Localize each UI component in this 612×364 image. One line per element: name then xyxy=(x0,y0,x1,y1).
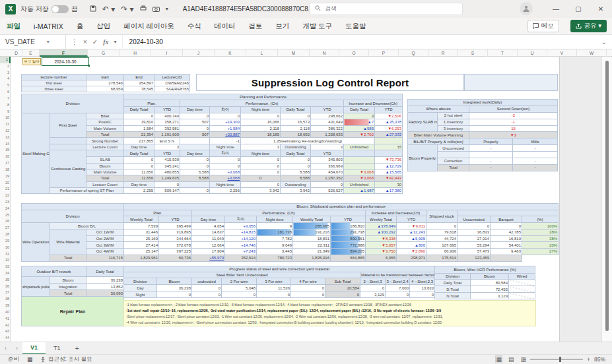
cell[interactable] xyxy=(458,210,559,216)
cell[interactable]: End xyxy=(124,75,154,80)
cell[interactable]: 0 xyxy=(386,291,410,298)
cell[interactable]: 16,810 xyxy=(491,235,522,242)
cell[interactable]: Steel Billet Yard Undecorated xyxy=(124,272,360,278)
cell[interactable]: Outstanding xyxy=(281,181,311,187)
cell[interactable]: Planning and Performance xyxy=(124,94,403,100)
cell[interactable]: Daily Total xyxy=(281,106,311,113)
column-header-R[interactable]: R xyxy=(428,49,458,57)
cell[interactable]: Performance. (Ch) xyxy=(192,210,366,216)
cell[interactable]: Weekly Total xyxy=(293,216,331,223)
cell[interactable]: Weekly Total xyxy=(366,216,397,223)
cell[interactable]: Night time xyxy=(210,144,241,150)
cell[interactable]: Unfinished xyxy=(344,144,375,150)
cell[interactable]: 3 xyxy=(154,144,180,150)
cell[interactable]: 454,670 xyxy=(311,169,344,175)
ribbon-tab-9[interactable]: 보기 xyxy=(269,18,296,35)
cell[interactable]: Billet Main Volume Planning xyxy=(408,132,469,138)
cell[interactable]: 4 For wire xyxy=(291,278,325,285)
cell[interactable]: Daily Total xyxy=(344,106,375,113)
cell[interactable]: 0 xyxy=(192,291,222,298)
cell[interactable]: 16,573 xyxy=(281,119,311,125)
cell[interactable]: Day time xyxy=(180,150,210,157)
cell[interactable]: lecture number xyxy=(22,75,86,80)
zoom-in-icon[interactable]: + xyxy=(587,356,590,363)
row-header-21[interactable]: 21 xyxy=(0,186,11,193)
cell[interactable]: 2→Steel,3 xyxy=(360,278,386,285)
cell[interactable]: 8,588 xyxy=(281,175,311,181)
cell[interactable]: 0 xyxy=(124,113,154,119)
row-header-39[interactable]: 39 xyxy=(0,303,11,309)
column-header-N[interactable]: N xyxy=(310,49,339,57)
cell[interactable]: Oct 1W/M xyxy=(86,229,124,236)
cell[interactable]: 3,129 xyxy=(471,293,509,299)
cell[interactable]: 4,654 xyxy=(192,223,225,229)
cell[interactable] xyxy=(344,150,375,157)
cell[interactable]: Uncorrected xyxy=(458,216,491,223)
cell[interactable]: Bloom xyxy=(157,278,192,285)
cell[interactable]: 0 xyxy=(210,113,241,119)
cell[interactable]: 0 xyxy=(241,175,281,181)
row-header-24[interactable]: 24 xyxy=(0,206,11,212)
cell[interactable]: +20,887 xyxy=(210,131,241,137)
cell[interactable]: 298,662 xyxy=(311,113,344,119)
cell[interactable]: 7,782 xyxy=(257,235,293,242)
cell[interactable] xyxy=(491,255,522,261)
cell[interactable]: 1,829,961 xyxy=(124,255,159,261)
cell[interactable]: 8,588 xyxy=(180,175,210,181)
cell[interactable]: 25,147 xyxy=(124,249,159,255)
cell[interactable]: 21,394 xyxy=(124,131,154,137)
cell[interactable]: 509,147 xyxy=(154,188,180,194)
cell[interactable]: 9,649 xyxy=(257,242,293,249)
cell[interactable] xyxy=(509,280,535,286)
row-header-29[interactable]: 29 xyxy=(0,238,11,245)
cell[interactable]: Performance of spring ST Plan xyxy=(50,188,124,194)
row-header-41[interactable]: 41 xyxy=(0,316,11,322)
cell[interactable]: Plan. xyxy=(124,210,192,216)
cell[interactable]: Bloom xyxy=(86,163,124,169)
cell[interactable]: 27,414 xyxy=(124,242,159,249)
cell[interactable]: 18,692 xyxy=(281,131,311,137)
cell[interactable]: 507 xyxy=(180,119,210,125)
cell[interactable]: 1,249,635 xyxy=(154,175,180,181)
row-header-36[interactable]: 36 xyxy=(0,284,11,290)
cell[interactable]: 19,810 xyxy=(124,119,154,125)
cell[interactable]: Total xyxy=(438,164,469,171)
cell[interactable] xyxy=(180,181,210,187)
cell[interactable]: 3,942 xyxy=(281,188,311,194)
cell[interactable]: Bloom xyxy=(50,277,86,284)
cell[interactable]: N.Total xyxy=(435,293,471,299)
row-header-3[interactable]: 3 xyxy=(0,70,11,76)
cell[interactable]: 11,656 xyxy=(124,175,154,181)
row-header-10[interactable]: 10 xyxy=(0,115,11,121)
row-header-15[interactable]: 15 xyxy=(0,147,11,154)
cell[interactable]: 1 inventory xyxy=(438,119,469,125)
camera-icon[interactable] xyxy=(153,5,160,14)
cell[interactable]: 0 xyxy=(241,157,281,163)
column-header-F[interactable]: F xyxy=(40,49,88,57)
column-header-K[interactable]: K xyxy=(215,49,246,57)
cell[interactable]: 13,852 xyxy=(86,284,124,290)
sheet-prev-icon[interactable]: ‹ xyxy=(0,345,11,351)
zoom-slider[interactable] xyxy=(530,359,583,360)
cell[interactable]: 278,546 xyxy=(86,80,124,86)
cell[interactable]: Repair Plan xyxy=(22,297,124,326)
cell[interactable]: undecided xyxy=(192,278,222,285)
ribbon-tab-6[interactable]: 수식 xyxy=(181,18,208,35)
row-header-17[interactable]: 17 xyxy=(0,160,11,167)
cell[interactable]: Material to be transformed between facto… xyxy=(360,272,435,278)
cell[interactable]: Wired xyxy=(509,274,535,280)
cell[interactable]: ▲12,729 xyxy=(375,163,403,169)
maximize-button[interactable]: ▢ xyxy=(567,0,590,18)
cell[interactable]: 16,066 xyxy=(241,119,281,125)
cell[interactable]: 60,736 xyxy=(159,255,192,261)
cell[interactable]: 3,942 xyxy=(241,188,281,194)
cell[interactable]: ▲378,949 xyxy=(366,223,397,229)
cell[interactable]: ▼5,057 xyxy=(366,242,397,249)
cell[interactable]: Daily Total xyxy=(86,266,124,277)
cell[interactable]: 352,614 xyxy=(225,255,257,261)
cell[interactable]: +1,584 xyxy=(210,125,241,131)
cell[interactable]: YTD xyxy=(154,106,180,113)
cell[interactable]: 890,561 xyxy=(331,235,366,242)
cell[interactable]: 392,581 xyxy=(154,125,180,131)
cell[interactable] xyxy=(375,138,403,144)
